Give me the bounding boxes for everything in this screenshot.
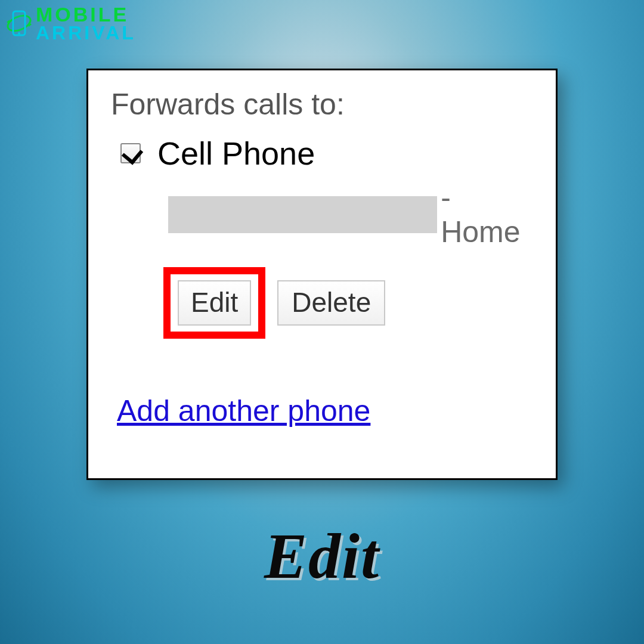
edit-button[interactable]: Edit — [178, 280, 251, 326]
svg-rect-2 — [15, 14, 23, 30]
phone-row: Cell Phone — [120, 135, 537, 172]
phone-label: Cell Phone — [157, 135, 315, 172]
svg-point-3 — [18, 32, 20, 35]
brand-logo: MOBILE ARRIVAL — [6, 5, 136, 42]
call-forward-settings: Forwards calls to: Cell Phone - Home Edi… — [86, 69, 558, 480]
brand-line1: MOBILE — [36, 5, 136, 24]
brand-line2: ARRIVAL — [36, 24, 136, 42]
caption-text: Edit — [0, 519, 644, 593]
brand-text: MOBILE ARRIVAL — [36, 5, 136, 42]
phone-icon — [6, 8, 32, 39]
phone-type-label: - Home — [441, 180, 537, 249]
phone-number-row: - Home — [168, 180, 537, 249]
section-heading: Forwards calls to: — [111, 87, 537, 122]
screenshot-panel: Forwards calls to: Cell Phone - Home Edi… — [86, 69, 558, 480]
add-another-phone-link[interactable]: Add another phone — [117, 394, 370, 428]
phone-number-redacted — [168, 196, 437, 233]
action-buttons-row: Edit Delete — [163, 267, 537, 339]
phone-checkbox[interactable] — [120, 143, 141, 163]
edit-highlight-box: Edit — [163, 267, 265, 339]
delete-button[interactable]: Delete — [277, 280, 385, 326]
